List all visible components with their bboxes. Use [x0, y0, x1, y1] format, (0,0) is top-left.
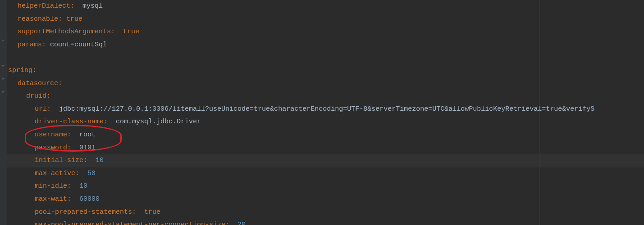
- code-line[interactable]: druid:: [7, 90, 644, 103]
- yaml-key: reasonable: [18, 15, 58, 23]
- colon: :: [104, 118, 108, 126]
- yaml-value: 10: [79, 182, 87, 190]
- yaml-value: 60000: [79, 195, 100, 203]
- spacing: [71, 182, 79, 190]
- yaml-value: com.mysql.jdbc.Driver: [116, 118, 201, 126]
- code-line[interactable]: reasonable: true: [7, 13, 644, 26]
- code-line[interactable]: datasource:: [7, 77, 644, 90]
- right-margin-line: [539, 0, 539, 225]
- colon: :: [46, 92, 50, 100]
- code-line[interactable]: password: 0101: [7, 142, 644, 155]
- yaml-key: username: [35, 131, 67, 139]
- code-editor[interactable]: ⌐⌐⌐⌐ helperDialect: mysqlreasonable: tru…: [0, 0, 644, 225]
- colon: :: [42, 41, 46, 49]
- yaml-key: supportMethodsArguments: [18, 28, 111, 36]
- yaml-key: datasource: [18, 80, 58, 87]
- colon: :: [67, 195, 71, 203]
- yaml-value: jdbc:mysql://127.0.0.1:3306/litemall?use…: [59, 105, 594, 113]
- yaml-value: count=countSql: [50, 41, 107, 49]
- yaml-value: mysql: [82, 2, 103, 10]
- yaml-value: root: [79, 131, 96, 139]
- yaml-key: initial-size: [35, 157, 83, 164]
- code-line[interactable]: initial-size: 10: [7, 154, 644, 167]
- colon: :: [225, 221, 229, 225]
- code-line[interactable]: max-active: 50: [7, 167, 644, 180]
- colon: :: [111, 28, 115, 36]
- gutter: ⌐⌐⌐⌐: [0, 0, 7, 225]
- spacing: [87, 157, 96, 164]
- yaml-key: druid: [26, 92, 46, 100]
- yaml-key: helperDialect: [18, 2, 70, 10]
- yaml-key: max-active: [35, 170, 75, 177]
- spacing: [108, 118, 116, 126]
- colon: :: [32, 67, 37, 74]
- code-line[interactable]: username: root: [7, 129, 644, 142]
- yaml-key: max-pool-prepared-statement-per-connecti…: [35, 221, 225, 225]
- code-line[interactable]: params: count=countSql: [7, 39, 644, 52]
- colon: :: [67, 144, 71, 152]
- code-line[interactable]: helperDialect: mysql: [7, 0, 644, 13]
- spacing: [136, 208, 144, 216]
- code-line[interactable]: url: jdbc:mysql://127.0.0.1:3306/litemal…: [7, 103, 644, 116]
- colon: :: [67, 131, 71, 139]
- colon: :: [132, 208, 136, 216]
- fold-marker-icon[interactable]: ⌐: [1, 38, 6, 43]
- yaml-key: driver-class-name: [35, 118, 104, 126]
- yaml-value: 20: [238, 221, 246, 225]
- spacing: [46, 41, 50, 49]
- code-line[interactable]: spring:: [7, 64, 644, 77]
- yaml-value: 0101: [79, 144, 96, 152]
- colon: :: [70, 2, 74, 10]
- spacing: [51, 105, 59, 113]
- spacing: [79, 170, 87, 177]
- colon: :: [75, 170, 79, 177]
- code-area[interactable]: helperDialect: mysqlreasonable: truesupp…: [7, 0, 644, 225]
- code-line[interactable]: driver-class-name: com.mysql.jdbc.Driver: [7, 116, 644, 129]
- yaml-value: 50: [87, 170, 96, 177]
- yaml-value: true: [144, 208, 160, 216]
- code-line[interactable]: supportMethodsArguments: true: [7, 26, 644, 39]
- yaml-value: true: [66, 15, 82, 23]
- yaml-value: true: [123, 28, 139, 36]
- colon: :: [47, 105, 51, 113]
- code-line[interactable]: pool-prepared-statements: true: [7, 206, 644, 219]
- yaml-key: min-idle: [35, 182, 67, 190]
- code-line[interactable]: min-idle: 10: [7, 180, 644, 193]
- spacing: [229, 221, 238, 225]
- code-line[interactable]: max-wait: 60000: [7, 193, 644, 206]
- colon: :: [67, 182, 71, 190]
- fold-marker-icon[interactable]: ⌐: [1, 90, 6, 94]
- yaml-key: password: [35, 144, 67, 152]
- colon: :: [58, 15, 62, 23]
- yaml-value: 10: [96, 157, 104, 164]
- code-line[interactable]: [7, 51, 644, 64]
- code-line[interactable]: max-pool-prepared-statement-per-connecti…: [7, 219, 644, 225]
- yaml-key: params: [18, 41, 42, 49]
- colon: :: [58, 80, 62, 87]
- spacing: [62, 15, 66, 23]
- yaml-key: max-wait: [35, 195, 67, 203]
- spacing: [71, 131, 79, 139]
- fold-marker-icon[interactable]: ⌐: [1, 76, 6, 81]
- spacing: [71, 144, 79, 152]
- yaml-key: spring: [8, 67, 32, 74]
- spacing: [71, 195, 79, 203]
- spacing: [74, 2, 82, 10]
- spacing: [115, 28, 123, 36]
- yaml-key: url: [35, 105, 47, 113]
- yaml-key: pool-prepared-statements: [35, 208, 132, 216]
- fold-marker-icon[interactable]: ⌐: [1, 63, 6, 68]
- colon: :: [83, 157, 87, 164]
